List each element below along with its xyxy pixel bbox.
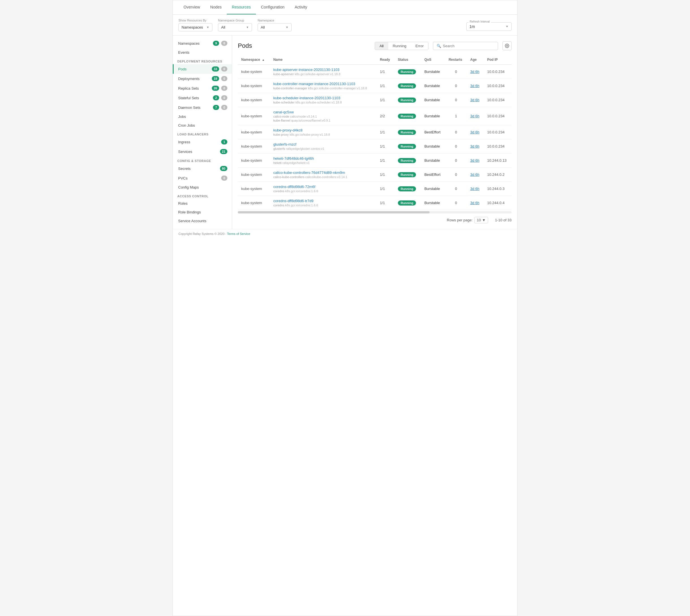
col-restarts[interactable]: Restarts <box>445 55 467 65</box>
tab-running[interactable]: Running <box>388 42 411 50</box>
cell-ready: 1/1 <box>376 79 394 93</box>
cell-ready: 1/1 <box>376 125 394 139</box>
col-qos[interactable]: QoS <box>421 55 446 65</box>
pod-sub-value: k8s.gcr.io/kube-apiserver:v1.18.8 <box>295 72 340 76</box>
sidebar-item-services[interactable]: Services 21 <box>173 147 232 156</box>
namespaces-green-badge: 9 <box>213 41 219 46</box>
terms-of-service-link[interactable]: Terms of Service <box>227 232 250 236</box>
namespace-group-select[interactable]: All ▼ <box>218 23 252 31</box>
pod-name-link[interactable]: canal-qc5xw <box>273 110 373 114</box>
cell-age[interactable]: 3d 6h <box>467 93 484 107</box>
table-header: Namespace ▲ Name Ready Status QoS Restar… <box>238 55 512 65</box>
pagination-info: 1-10 of 33 <box>495 218 512 222</box>
cell-restarts: 0 <box>445 139 467 154</box>
sidebar-item-service-accounts[interactable]: Service Accounts <box>173 217 232 225</box>
refresh-interval-group: Refresh Interval 1m ▼ <box>466 22 512 31</box>
cell-restarts: 0 <box>445 196 467 210</box>
rows-per-page: Rows per page: 10 ▼ <box>447 217 488 223</box>
cell-age[interactable]: 3d 6h <box>467 139 484 154</box>
cell-name: coredns-dff8d98d6-tr7d9coredns k8s.gcr.i… <box>270 196 376 210</box>
nav-overview[interactable]: Overview <box>178 0 205 15</box>
table-scrollbar-thumb[interactable] <box>238 211 430 214</box>
sidebar-item-cron-jobs[interactable]: Cron Jobs <box>173 121 232 130</box>
cell-age[interactable]: 3d 6h <box>467 196 484 210</box>
cell-ready: 1/1 <box>376 196 394 210</box>
sidebar-item-events[interactable]: Events <box>173 48 232 57</box>
sidebar-item-config-maps[interactable]: Config Maps <box>173 183 232 192</box>
sidebar-item-replica-sets[interactable]: Replica Sets 26 0 <box>173 83 232 93</box>
nav-nodes[interactable]: Nodes <box>205 0 227 15</box>
settings-button[interactable] <box>502 41 512 50</box>
tab-all[interactable]: All <box>375 42 388 50</box>
sidebar-item-pods[interactable]: Pods 33 0 <box>173 64 232 74</box>
col-namespace[interactable]: Namespace ▲ <box>238 55 270 65</box>
replica-sets-gray-badge: 0 <box>221 86 228 91</box>
deployments-badges: 19 0 <box>212 76 228 81</box>
col-pod-ip[interactable]: Pod IP <box>484 55 512 65</box>
cell-namespace: kube-system <box>238 182 270 196</box>
cell-age[interactable]: 3d 6h <box>467 154 484 168</box>
cell-age[interactable]: 3d 6h <box>467 79 484 93</box>
sidebar-item-namespaces[interactable]: Namespaces 9 0 <box>173 39 232 48</box>
pod-name-link[interactable]: glusterfs-rnzcf <box>273 142 373 147</box>
cell-name: heketi-7df648dc46-tg46hheketi rafayedge/… <box>270 154 376 168</box>
rows-per-page-select[interactable]: 10 ▼ <box>474 217 488 223</box>
nav-activity[interactable]: Activity <box>289 0 312 15</box>
sidebar-item-jobs[interactable]: Jobs <box>173 112 232 121</box>
col-age[interactable]: Age <box>467 55 484 65</box>
table-scrollbar[interactable] <box>238 211 512 214</box>
status-badge: Running <box>398 186 416 191</box>
pod-name-link[interactable]: heketi-7df648dc46-tg46h <box>273 156 373 160</box>
cell-age[interactable]: 3d 6h <box>467 125 484 139</box>
cell-age[interactable]: 3d 6h <box>467 65 484 79</box>
sidebar-item-ingress[interactable]: Ingress 1 <box>173 137 232 147</box>
pod-name-link[interactable]: kube-apiserver-instance-20201130-1103 <box>273 68 373 72</box>
show-resources-by-select[interactable]: Namespaces ▼ <box>178 23 212 31</box>
sidebar-item-roles[interactable]: Roles <box>173 199 232 208</box>
cell-age[interactable]: 3d 6h <box>467 168 484 182</box>
cell-qos: Burstable <box>421 182 446 196</box>
load-balancers-section-title: Load Balancers <box>173 130 232 137</box>
table-row: kube-systemheketi-7df648dc46-tg46hheketi… <box>238 154 512 168</box>
table-row: kube-systemcoredns-dff8d98d6-tr7d9coredn… <box>238 196 512 210</box>
col-status[interactable]: Status <box>394 55 421 65</box>
pod-name-link[interactable]: kube-scheduler-instance-20201130-1103 <box>273 96 373 100</box>
pod-sub-value: k8s.gcr.io/coredns:1.6.6 <box>285 203 318 207</box>
pod-name-link[interactable]: coredns-dff8d98d6-72m6f <box>273 184 373 189</box>
pod-name-link[interactable]: coredns-dff8d98d6-tr7d9 <box>273 199 373 203</box>
cell-ready: 1/1 <box>376 154 394 168</box>
cell-name: kube-apiserver-instance-20201130-1103kub… <box>270 65 376 79</box>
status-badge: Running <box>398 172 416 177</box>
cell-status: Running <box>394 196 421 210</box>
table-row: kube-systemcalico-kube-controllers-76d47… <box>238 168 512 182</box>
refresh-interval-select[interactable]: 1m ▼ <box>466 22 512 31</box>
nav-configuration[interactable]: Configuration <box>256 0 289 15</box>
pods-green-badge: 33 <box>212 66 219 71</box>
cell-pod-ip: 10.244.0.2 <box>484 168 512 182</box>
sidebar-item-secrets[interactable]: Secrets 80 <box>173 164 232 173</box>
deployments-gray-badge: 0 <box>221 76 228 81</box>
col-ready[interactable]: Ready <box>376 55 394 65</box>
cell-age[interactable]: 3d 6h <box>467 107 484 125</box>
namespace-group-filter-group: Namespace Group All ▼ <box>218 19 252 31</box>
rows-per-page-label: Rows per page: <box>447 218 473 222</box>
sidebar-item-role-bindings[interactable]: Role Bindings <box>173 208 232 217</box>
sidebar-item-deployments[interactable]: Deployments 19 0 <box>173 74 232 83</box>
deployment-resources-section-title: Deployment Resources <box>173 57 232 64</box>
namespace-select[interactable]: All ▼ <box>258 23 292 31</box>
sidebar-item-pvcs[interactable]: PVCs 0 <box>173 173 232 183</box>
tab-error[interactable]: Error <box>411 42 428 50</box>
sidebar-item-daemon-sets[interactable]: Daemon Sets 7 0 <box>173 103 232 112</box>
cell-name: calico-kube-controllers-76d4774d89-nkm9m… <box>270 168 376 182</box>
pod-name-link[interactable]: kube-proxy-d4kc8 <box>273 128 373 132</box>
col-name[interactable]: Name <box>270 55 376 65</box>
pod-name-link[interactable]: calico-kube-controllers-76d4774d89-nkm9m <box>273 171 373 175</box>
cell-age[interactable]: 3d 6h <box>467 182 484 196</box>
nav-resources[interactable]: Resources <box>227 0 256 15</box>
cell-status: Running <box>394 182 421 196</box>
cell-ready: 1/1 <box>376 93 394 107</box>
pod-name-link[interactable]: kube-controller-manager-instance-2020113… <box>273 82 373 86</box>
table-row: kube-systemglusterfs-rnzcfglusterfs rafa… <box>238 139 512 154</box>
sidebar-item-stateful-sets[interactable]: Stateful Sets 2 0 <box>173 93 232 103</box>
search-input[interactable] <box>443 44 494 48</box>
